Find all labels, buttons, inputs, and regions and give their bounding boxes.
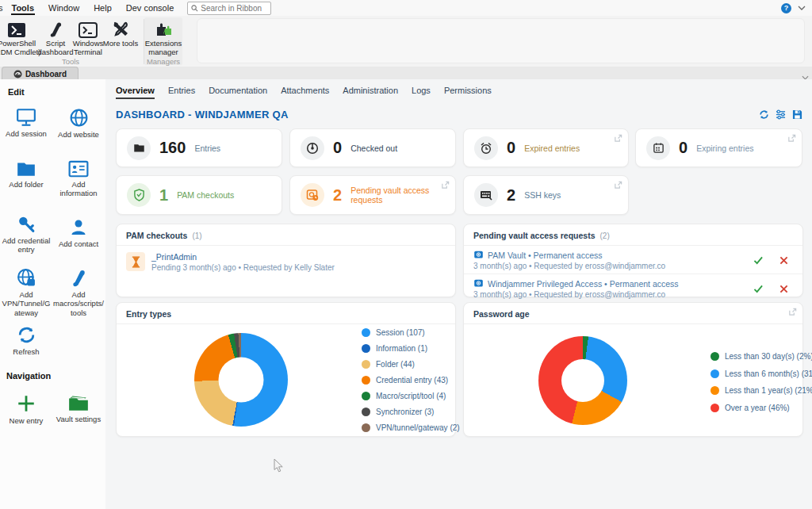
tab-permissions[interactable]: Permissions: [444, 86, 492, 99]
pam-checkouts-panel: PAM checkouts (1) _PrintAdmin Pending 3 …: [116, 224, 456, 297]
extensions-manager-label: Extensions manager: [144, 40, 183, 57]
stat-card-expired-entries[interactable]: 0 Expired entries: [463, 128, 629, 167]
more-tools-icon: [112, 17, 129, 38]
dashboard-icon: [13, 70, 22, 78]
sidebar-item-label: Refresh: [13, 347, 39, 356]
legend-swatch: [710, 352, 719, 361]
legend-swatch: [362, 376, 370, 385]
ribbon-group-tools: Tools: [0, 57, 141, 66]
tab-overview[interactable]: Overview: [116, 86, 155, 99]
tab-dashboard[interactable]: Dashboard: [2, 67, 79, 80]
search-input[interactable]: [201, 4, 262, 13]
legend-label: Folder (44): [376, 360, 415, 369]
sidebar-item-add-session[interactable]: Add session: [1, 108, 52, 138]
menu-item-window[interactable]: Window: [41, 0, 86, 16]
stat-card-pam-checkouts[interactable]: 1 PAM checkouts: [116, 175, 282, 215]
sidebar-item-label: Add information: [53, 180, 104, 198]
refresh-dashboard-icon[interactable]: [759, 109, 769, 120]
help-icon[interactable]: ?: [781, 3, 791, 13]
stat-card-pending-vault-access-requests[interactable]: 2 Pending vault access requests: [289, 175, 456, 215]
sidebar-item-add-website[interactable]: Add website: [53, 108, 104, 139]
legend-label: VPN/tunnel/gateway (2): [376, 423, 460, 432]
legend-item: Less than 6 month(s) (31%): [710, 369, 812, 378]
stat-card-expiring-entries[interactable]: 0 Expiring entries: [635, 128, 802, 167]
password-age-header: Password age: [464, 303, 802, 324]
stat-card-checked-out[interactable]: 0 Checked out: [289, 128, 456, 167]
filter-settings-icon[interactable]: [776, 109, 786, 120]
external-link-icon[interactable]: [788, 308, 797, 316]
donut-hole: [219, 358, 264, 403]
sidebar-item-refresh[interactable]: Refresh: [1, 325, 52, 356]
tab-attachments[interactable]: Attachments: [281, 86, 329, 99]
sidebar-item-vault-settings[interactable]: Vault settings: [53, 393, 104, 423]
external-link-icon[interactable]: [441, 181, 450, 189]
vault-folder-icon: [67, 393, 90, 412]
legend-item: Less than 1 year(s) (21%): [710, 386, 812, 395]
legend-label: Over a year (46%): [725, 404, 790, 412]
sidebar-item-add-contact[interactable]: Add contact: [53, 218, 104, 248]
script-dashboard-icon: [47, 17, 64, 38]
sidebar-item-add-credential-entry[interactable]: Add credential entry: [1, 214, 52, 254]
deny-x-icon[interactable]: [779, 256, 788, 265]
legend-label: Macro/script/tool (4): [376, 392, 446, 400]
sidebar-item-add-information[interactable]: Add information: [53, 160, 104, 198]
legend-label: Less than 1 year(s) (21%): [725, 386, 812, 395]
legend-label: Less than 30 day(s) (2%): [725, 352, 812, 361]
external-link-icon[interactable]: [787, 134, 796, 143]
request-name[interactable]: Windjammer Privileged Access • Permanent…: [488, 279, 679, 289]
legend-item: Folder (44): [362, 360, 415, 369]
save-icon[interactable]: [792, 109, 802, 120]
stat-value: 2: [507, 186, 515, 205]
entry-types-donut-chart: [194, 333, 288, 427]
sidebar: Edit Add session Add website Add folder …: [0, 79, 106, 509]
main-content: Overview Entries Documentation Attachmen…: [105, 79, 812, 509]
stat-label: SSH keys: [524, 190, 561, 200]
pam-checkout-name[interactable]: _PrintAdmin: [151, 252, 335, 262]
pam-checkout-row: _PrintAdmin Pending 3 month(s) ago • Req…: [117, 246, 455, 278]
sidebar-item-add-vpn-tunnel-gateway[interactable]: Add VPN/Tunnel/Gateway: [1, 268, 52, 317]
request-name[interactable]: PAM Vault • Permanent access: [488, 251, 603, 260]
legend-swatch: [362, 392, 370, 400]
content-tab-bar: Overview Entries Documentation Attachmen…: [116, 86, 492, 99]
info-card-icon: [68, 160, 89, 178]
stat-value: 0: [507, 139, 515, 157]
legend-label: Information (1): [376, 344, 427, 353]
legend-label: Credential entry (43): [376, 376, 448, 385]
legend-swatch: [710, 369, 719, 378]
stat-value: 160: [159, 139, 186, 157]
more-tools-button[interactable]: More tools: [100, 17, 141, 62]
menu-item-tools[interactable]: Tools: [5, 0, 42, 16]
tab-documentation[interactable]: Documentation: [209, 86, 267, 99]
external-link-icon[interactable]: [614, 181, 622, 189]
stat-card-entries[interactable]: 160 Entries: [116, 128, 282, 167]
legend-item: Session (107): [362, 328, 425, 337]
panel-title: Password age: [473, 309, 530, 319]
chevron-down-icon[interactable]: [798, 6, 806, 10]
sidebar-item-add-folder[interactable]: Add folder: [1, 160, 52, 189]
person-icon: [69, 218, 88, 237]
menu-item-dev-console[interactable]: Dev console: [119, 0, 182, 16]
external-link-icon[interactable]: [614, 134, 622, 143]
legend-item: Less than 30 day(s) (2%): [710, 352, 812, 361]
search-icon: [191, 5, 198, 12]
stat-label: PAM checkouts: [177, 190, 234, 200]
menu-item-help[interactable]: Help: [86, 0, 119, 16]
vault-request-row: PAM Vault • Permanent access 3 month(s) …: [464, 246, 802, 274]
tab-dashboard-label: Dashboard: [25, 70, 67, 78]
sidebar-item-add-macros-scripts-tools[interactable]: Add macros/scripts/tools: [53, 268, 104, 317]
deny-x-icon[interactable]: [779, 285, 788, 293]
sidebar-item-new-entry[interactable]: New entry: [1, 393, 52, 425]
approve-check-icon[interactable]: [753, 256, 764, 265]
extensions-manager-icon: [154, 17, 173, 38]
pam-checkouts-header: PAM checkouts (1): [117, 224, 455, 246]
document-tab-strip: Dashboard: [0, 67, 812, 79]
tab-entries[interactable]: Entries: [168, 86, 195, 99]
tab-administration[interactable]: Administration: [343, 86, 398, 99]
sidebar-item-label: Vault settings: [56, 415, 101, 423]
legend-swatch: [362, 360, 370, 369]
extensions-manager-button[interactable]: Extensions manager: [144, 17, 183, 62]
stat-card-ssh-keys[interactable]: 2 SSH keys: [463, 175, 629, 215]
ribbon-search-box[interactable]: [187, 2, 271, 15]
approve-check-icon[interactable]: [753, 285, 764, 293]
tab-logs[interactable]: Logs: [412, 86, 431, 99]
